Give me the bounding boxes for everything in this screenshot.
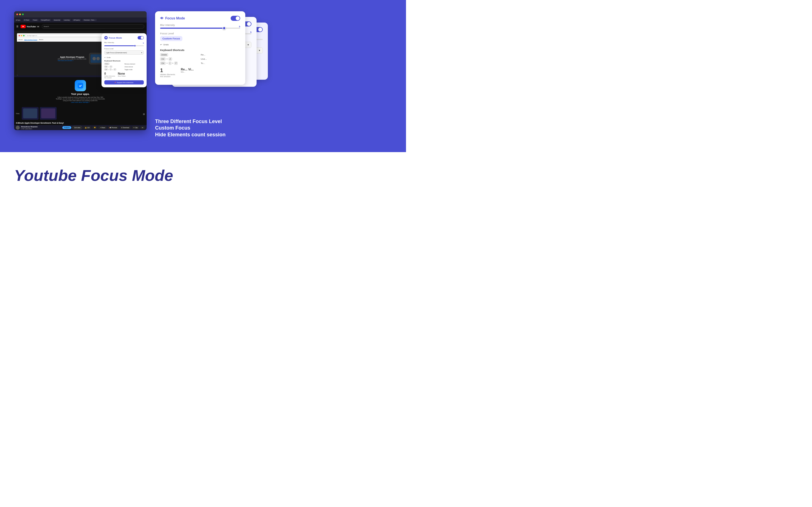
channel-info: Ahmadreza Shamimi 2.41K subscribers <box>21 126 38 129</box>
action-buttons: Analytics Edit video 👍 119 👎 ↗ Share � <box>62 126 145 129</box>
blur-label: Blur Intensity <box>104 42 114 43</box>
youtube-header: ☰ ▶ YouTube CA Search <box>14 22 147 31</box>
shortcut-undo-remove: Undo remove <box>124 66 144 68</box>
video-test-desc: Collect valuable feedback before releasi… <box>55 96 106 101</box>
tab-future[interactable]: Future <box>32 19 38 21</box>
mid-chevron-icon: ▾ <box>248 43 249 46</box>
focus-level-label: Focus Level <box>104 48 144 50</box>
edit-video-button[interactable]: Edit video <box>72 126 82 129</box>
inner-dot-green <box>23 35 24 36</box>
hidden-count-value: 0 <box>104 72 115 75</box>
learn-more-link[interactable]: Learn more about TestFlight > <box>71 101 90 103</box>
focus-cards-area: 👁 Focus Mode Blur intensity Focus Level … <box>155 11 392 113</box>
slider-thumb <box>134 45 136 47</box>
clip-label: Clip <box>135 127 138 128</box>
main-shortcuts-grid: Delete Re... Ctrl + Z Und... Ctrl <box>160 53 240 65</box>
download-button[interactable]: ⬇ Download <box>119 126 131 129</box>
popup-title: 👁 Focus Mode <box>104 36 122 40</box>
main-card-title: 👁 Focus Mode <box>160 16 185 20</box>
blur-slider[interactable] <box>104 45 144 46</box>
analytics-button[interactable]: Analytics <box>62 126 71 129</box>
thumb-inner-2 <box>41 108 55 118</box>
share-label: Share <box>101 127 105 128</box>
nav-apple-dev[interactable]: Apple Developer Program <box>24 39 37 41</box>
clip-icon: ✂ <box>133 127 135 128</box>
shortcuts-grid: Delete Remove element Ctrl + Z Undo remo… <box>104 63 144 70</box>
undo-remove-label: Undo remove <box>124 66 133 68</box>
nav-modules[interactable]: Modules <box>39 39 43 40</box>
search-placeholder: Search <box>44 25 49 27</box>
main-hidden-col: 1 Hidden Elements this session <box>160 68 175 77</box>
apple-dev-link[interactable]: View tools and services > <box>57 60 87 61</box>
main-kbd-delete: Delete <box>160 53 168 56</box>
shortcut-delete: Delete <box>104 63 124 65</box>
like-icon: 👍 <box>85 127 87 128</box>
feature-description: Three Different Focus Level Custom Focus… <box>155 118 392 138</box>
focus-level-select[interactable]: Light Focus (Entertainment) ▾ <box>104 50 144 55</box>
kbd-f: F <box>114 68 116 70</box>
nav-account[interactable]: Account <box>18 39 22 40</box>
hidden-session-label: this session <box>104 77 115 78</box>
main-focus-level-label: Focus Level <box>160 32 240 35</box>
focus-mode-popup: 👁 Focus Mode Blur Intensity 5 Focus Leve… <box>101 33 147 87</box>
shortcuts-title: Keyboard Shortcuts <box>104 60 144 62</box>
mid-toggle-knob <box>247 22 251 26</box>
tab-isproperty[interactable]: isProperty <box>72 19 82 21</box>
tab-javascript[interactable]: Javascript <box>52 19 62 21</box>
url-text: developer.apple.com <box>27 35 37 36</box>
main-hidden-count: 1 <box>160 68 175 73</box>
main-kbd-z: Z <box>168 57 172 61</box>
youtube-screenshot: ⊞ Apps AI Tools Future GeorgeBrown Javas… <box>14 11 147 130</box>
tab-ai-tools[interactable]: AI Tools <box>23 19 31 21</box>
main-undo[interactable]: ↩ Undo <box>160 43 240 46</box>
main-kbd-i: I <box>168 62 171 65</box>
download-label: Download <box>123 127 129 128</box>
video-test-title: Test your apps. <box>71 93 90 96</box>
blur-value: 5 <box>143 42 144 44</box>
undo-button[interactable]: ↩ Undo <box>104 56 144 58</box>
main-shortcut-toggle: Ctrl + I + F <box>160 62 200 65</box>
promote-label: Promote <box>112 127 117 128</box>
yt-icon: ▶ <box>20 25 26 28</box>
yt-search-bar[interactable]: Search <box>42 24 144 29</box>
video-info-bar: 4-Minute Apple Developer Enrollment: Fas… <box>14 121 147 125</box>
focus-toggle[interactable] <box>138 36 144 40</box>
most-hidden-label: Most Hidden <box>118 75 126 77</box>
main-toggle[interactable] <box>231 16 240 21</box>
share-button[interactable]: ↗ Share <box>98 126 107 129</box>
main-kbd-f: F <box>174 62 177 65</box>
main-most-label: Mo... <box>181 71 194 73</box>
promote-button[interactable]: 📢 Promote <box>108 126 119 129</box>
tab-learning[interactable]: Learning <box>63 19 71 21</box>
hamburger-icon[interactable]: ☰ <box>16 25 18 28</box>
feature-title-2: Custom Focus <box>155 125 392 131</box>
slider-fill <box>104 45 136 46</box>
tab-apps[interactable]: ⊞ Apps <box>16 19 20 21</box>
top-section: ⊞ Apps AI Tools Future GeorgeBrown Javas… <box>0 0 406 152</box>
thumbnail-2 <box>40 107 57 120</box>
channel-avatar <box>16 126 20 129</box>
page-main-title: Youtube Focus Mode <box>14 166 392 184</box>
blur-row: Blur Intensity 5 <box>104 42 144 44</box>
mid-slider-num: 5 <box>250 31 252 34</box>
expand-icon[interactable]: ⊞ <box>143 111 145 116</box>
clip-button[interactable]: ✂ Clip <box>132 126 139 129</box>
bottom-section: Youtube Focus Mode <box>0 152 406 202</box>
support-button[interactable]: ♥ Support this extension <box>104 80 144 84</box>
shortcut-toggle: Ctrl + I + F <box>104 68 124 70</box>
main-hidden-label: Hidden Elements <box>160 73 175 75</box>
main-undo-label: Undo <box>163 43 168 46</box>
focus-level-value: Light Focus (Entertainment) <box>106 52 127 54</box>
main-slider[interactable]: 5 <box>160 27 240 29</box>
avatar-1 <box>93 57 96 60</box>
dislike-button[interactable]: 👎 <box>92 126 97 129</box>
popup-header: 👁 Focus Mode <box>104 36 144 40</box>
main-card-header: 👁 Focus Mode <box>160 16 240 21</box>
right-panel: 👁 Focus Mode Blur intensity Focus Level … <box>155 11 392 138</box>
most-hidden-col: None Most Hidden <box>118 72 126 78</box>
tab-overview[interactable]: Overview – Hom... <box>82 19 97 21</box>
more-button[interactable]: ••• <box>140 126 145 129</box>
tab-georgebrown[interactable]: GeorgeBrown <box>40 19 51 21</box>
kbd-delete: Delete <box>104 63 109 65</box>
like-button[interactable]: 👍 119 <box>83 126 91 129</box>
